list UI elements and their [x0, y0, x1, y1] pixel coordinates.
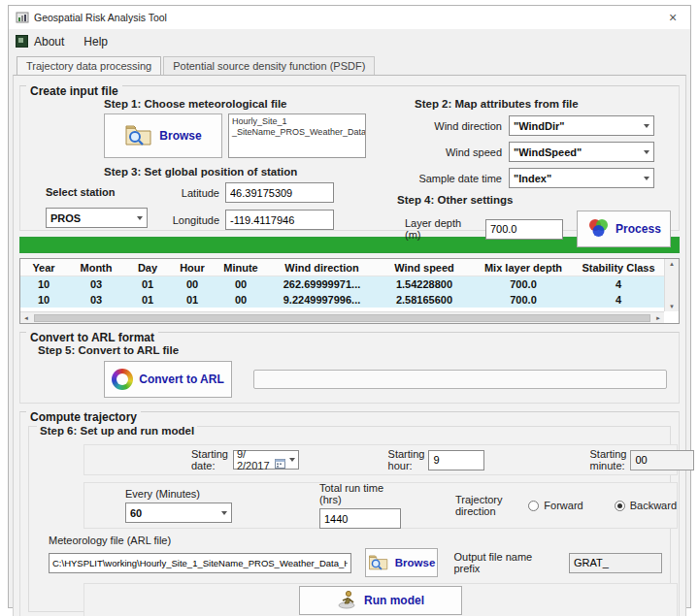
- col-mix-layer-depth[interactable]: Mix layer depth: [472, 259, 575, 276]
- start-time-panel: Starting date: 9/ 2/2017 Starting hour:: [83, 444, 678, 475]
- met-csv-file-display: Hourly_Site_1 _SiteName_PROS_Weather_Dat…: [228, 113, 366, 158]
- backward-label: Backward: [630, 500, 677, 511]
- starting-date-label: Starting date:: [191, 448, 228, 471]
- wind-speed-select[interactable]: "WindSpeed": [509, 142, 654, 162]
- step2-title: Step 2: Map attributes from file: [415, 98, 671, 110]
- met-csv-file-line1: Hourly_Site_1: [232, 116, 362, 127]
- table-row[interactable]: 10 03 01 00 00 262.69999971... 1.5422880…: [20, 276, 679, 292]
- station-select[interactable]: PROS: [46, 208, 148, 228]
- cell: 00: [170, 276, 215, 292]
- output-prefix-label: Output file name prefix: [453, 551, 561, 574]
- total-run-time-label: Total run time (hrs): [319, 482, 401, 505]
- chevron-down-icon: [644, 124, 649, 128]
- cell: 4: [575, 292, 662, 308]
- cell: 01: [125, 276, 170, 292]
- col-day[interactable]: Day: [125, 259, 170, 276]
- chevron-down-icon: [221, 511, 227, 515]
- scroll-up-icon[interactable]: ▲: [666, 259, 678, 269]
- sample-date-time-label: Sample date time: [397, 173, 502, 184]
- table-header-row: Year Month Day Hour Minute Wind directio…: [20, 259, 679, 276]
- forward-radio[interactable]: Forward: [528, 500, 582, 511]
- wind-direction-value: "WindDir": [514, 120, 565, 132]
- table-row[interactable]: 10 03 01 01 00 9.2249997996... 2.5816560…: [20, 292, 679, 308]
- every-minutes-select[interactable]: 60: [125, 503, 232, 523]
- layer-depth-field[interactable]: [485, 219, 563, 240]
- cell: 262.69999971...: [267, 276, 377, 292]
- col-hour[interactable]: Hour: [170, 259, 215, 276]
- starting-minute-label: Starting minute:: [589, 448, 626, 471]
- process-button[interactable]: Process: [577, 211, 671, 247]
- table-vertical-scrollbar[interactable]: ▲ ▼: [664, 259, 679, 311]
- col-wind-direction[interactable]: Wind direction: [267, 259, 377, 276]
- run-model-label: Run model: [364, 594, 424, 607]
- col-year[interactable]: Year: [20, 259, 67, 276]
- compute-trajectory-group: Compute trajectory Step 6: Set up and ru…: [19, 411, 680, 616]
- title-bar: Geospatial Risk Analysis Tool ×: [9, 6, 690, 29]
- cell: 10: [20, 276, 67, 292]
- convert-arl-group: Convert to ARL format Step 5: Convert to…: [19, 332, 680, 404]
- starting-date-value: 9/ 2/2017: [237, 448, 270, 471]
- backward-radio[interactable]: Backward: [615, 500, 677, 511]
- col-minute[interactable]: Minute: [215, 259, 267, 276]
- browse-arl-file-button[interactable]: Browse: [365, 548, 439, 577]
- scroll-down-icon[interactable]: ▼: [666, 302, 678, 311]
- starting-hour-field[interactable]: [428, 450, 484, 470]
- tab-psdf[interactable]: Potential source density function (PSDF): [163, 56, 375, 75]
- folder-search-icon: [368, 553, 389, 573]
- tab-strip: Trajectory data processing Potential sou…: [9, 53, 690, 75]
- menu-help[interactable]: Help: [82, 32, 116, 51]
- starting-hour-label: Starting hour:: [388, 448, 425, 471]
- scrollbar-thumb[interactable]: [34, 314, 650, 322]
- about-menu-icon: [16, 35, 28, 48]
- starting-date-picker[interactable]: 9/ 2/2017: [233, 450, 299, 470]
- every-minutes-value: 60: [130, 507, 142, 519]
- met-file-field[interactable]: [49, 553, 351, 573]
- tab-content: Create input file Step 1: Choose meteoro…: [13, 75, 686, 616]
- layer-depth-label: Layer depth (m): [405, 217, 480, 241]
- wind-direction-label: Wind direction: [397, 120, 502, 132]
- scroll-right-icon[interactable]: ►: [652, 313, 664, 323]
- met-file-label: Meteorology file (ARL file): [49, 535, 662, 546]
- forward-label: Forward: [544, 500, 582, 511]
- cell: 700.0: [472, 292, 575, 308]
- total-run-time-field[interactable]: [319, 508, 401, 529]
- latitude-label: Latitude: [159, 187, 219, 199]
- trajectory-direction-label: Trajectory direction: [455, 494, 511, 517]
- latitude-field[interactable]: [225, 182, 334, 203]
- menu-about[interactable]: About: [32, 32, 72, 51]
- window-title: Geospatial Risk Analysis Tool: [34, 12, 167, 23]
- run-model-button[interactable]: Run model: [299, 586, 462, 615]
- output-prefix-field[interactable]: [569, 553, 662, 573]
- starting-minute-field[interactable]: [630, 450, 694, 470]
- cell: 9.2249997996...: [267, 292, 377, 308]
- tab-trajectory-data-processing[interactable]: Trajectory data processing: [17, 56, 161, 76]
- select-station-label: Select station: [46, 186, 116, 198]
- radio-unselected-icon: [528, 501, 539, 511]
- wind-speed-value: "WindSpeed": [514, 146, 582, 158]
- longitude-field[interactable]: [225, 210, 334, 230]
- convert-to-arl-label: Convert to ARL: [139, 373, 224, 386]
- cell: 700.0: [472, 276, 575, 292]
- chevron-down-icon: [137, 216, 143, 220]
- col-wind-speed[interactable]: Wind speed: [377, 259, 472, 276]
- sample-date-time-select[interactable]: "Index": [509, 168, 654, 188]
- step5-title: Step 5: Convert to ARL file: [38, 344, 671, 356]
- chevron-down-icon: [289, 458, 295, 462]
- convert-to-arl-button[interactable]: Convert to ARL: [104, 361, 232, 398]
- col-stability-class[interactable]: Stability Class: [575, 259, 662, 276]
- sample-date-time-value: "Index": [514, 173, 551, 184]
- convert-arl-title: Convert to ARL format: [26, 332, 158, 343]
- wind-speed-label: Wind speed: [397, 146, 502, 158]
- convert-progress-bar: [253, 370, 667, 389]
- close-button[interactable]: ×: [655, 6, 690, 29]
- table-horizontal-scrollbar[interactable]: ◄ ►: [20, 311, 664, 323]
- cell: 10: [20, 292, 67, 308]
- wind-direction-select[interactable]: "WindDir": [509, 115, 654, 136]
- browse-met-csv-button[interactable]: Browse: [104, 113, 222, 158]
- col-month[interactable]: Month: [67, 259, 125, 276]
- cell: 2.58165600: [377, 292, 472, 308]
- scroll-left-icon[interactable]: ◄: [20, 313, 32, 323]
- station-value: PROS: [50, 212, 81, 224]
- ring-center: [116, 373, 128, 385]
- create-input-file-title: Create input file: [26, 85, 122, 97]
